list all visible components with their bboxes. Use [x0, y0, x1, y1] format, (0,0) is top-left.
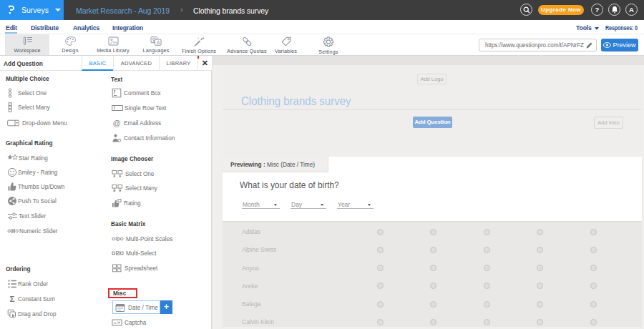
svg-text:A: A	[157, 40, 160, 45]
